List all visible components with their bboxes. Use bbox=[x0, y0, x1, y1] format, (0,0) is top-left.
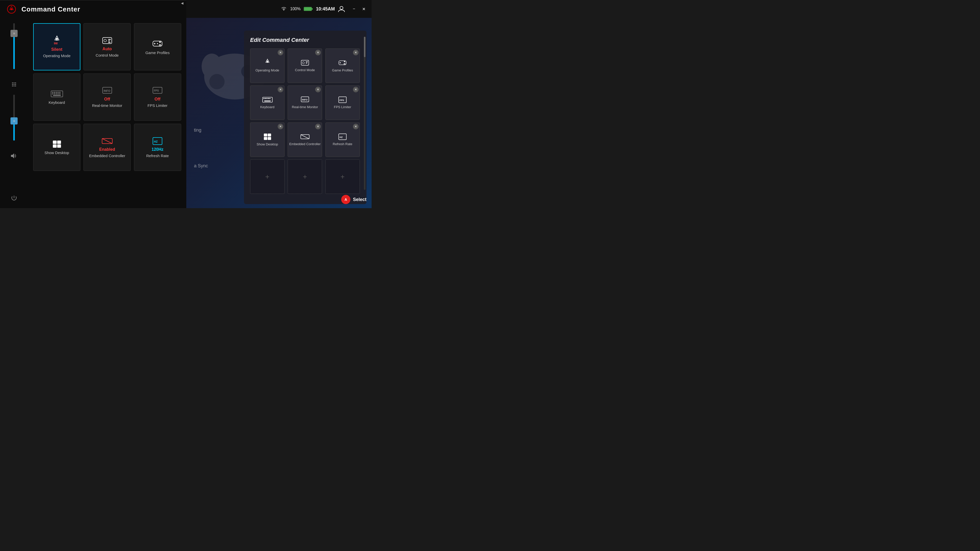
remove-operating-mode-button[interactable]: ✕ bbox=[278, 50, 283, 56]
card-game-profiles[interactable]: Game Profiles bbox=[134, 23, 181, 70]
control-mode-label: Control Mode bbox=[96, 53, 119, 58]
svg-rect-21 bbox=[108, 41, 110, 41]
grid-icon[interactable] bbox=[9, 79, 19, 89]
select-button-icon[interactable]: A bbox=[341, 195, 350, 204]
edit-refresh-icon: HZ bbox=[337, 133, 348, 141]
add-slot-3[interactable]: + bbox=[325, 159, 360, 194]
card-control-mode[interactable]: Auto Control Mode bbox=[83, 23, 130, 70]
show-desktop-label: Show Desktop bbox=[45, 150, 69, 156]
edit-card-embedded-controller[interactable]: ✕ Embedded Controller bbox=[288, 122, 322, 157]
operating-mode-label: Operating Mode bbox=[43, 53, 71, 59]
card-keyboard[interactable]: Keyboard bbox=[33, 73, 80, 121]
svg-point-19 bbox=[104, 39, 107, 42]
svg-text:FPS: FPS bbox=[339, 99, 344, 102]
minimize-button[interactable]: − bbox=[350, 5, 358, 13]
edit-grid: ✕ Operating Mode ✕ Control Mode bbox=[250, 48, 360, 194]
edit-card-refresh-rate[interactable]: ✕ HZ Refresh Rate bbox=[325, 122, 360, 157]
battery-icon bbox=[304, 6, 313, 11]
edit-game-profiles-icon bbox=[338, 59, 347, 67]
card-show-desktop[interactable]: Show Desktop bbox=[33, 124, 80, 171]
edit-show-desktop-label: Show Desktop bbox=[257, 142, 278, 147]
edit-card-realtime-monitor[interactable]: ✕ INFO Real-time Monitor bbox=[288, 86, 322, 120]
power-icon[interactable] bbox=[9, 193, 19, 203]
edit-embedded-icon bbox=[300, 133, 310, 141]
svg-rect-48 bbox=[53, 144, 57, 148]
edit-card-operating-mode[interactable]: ✕ Operating Mode bbox=[250, 48, 285, 83]
volume-icon[interactable] bbox=[9, 151, 19, 161]
svg-rect-79 bbox=[269, 98, 270, 99]
desktop-icon bbox=[52, 140, 62, 149]
add-slot-2[interactable]: + bbox=[288, 159, 322, 194]
monitor-icon: INFO bbox=[102, 86, 113, 95]
card-refresh-rate[interactable]: HZ 120Hz Refresh Rate bbox=[134, 124, 181, 171]
svg-point-9 bbox=[14, 84, 14, 85]
card-realtime-monitor[interactable]: INFO Off Real-time Monitor bbox=[83, 73, 130, 121]
svg-rect-33 bbox=[56, 92, 57, 93]
remove-refresh-rate-button[interactable]: ✕ bbox=[353, 124, 359, 129]
remove-keyboard-button[interactable]: ✕ bbox=[278, 87, 283, 92]
volume-track bbox=[13, 95, 15, 141]
sidebar bbox=[0, 18, 28, 208]
user-icon bbox=[338, 5, 345, 13]
remove-embedded-controller-button[interactable]: ✕ bbox=[315, 124, 321, 129]
edit-operating-mode-icon bbox=[263, 59, 272, 67]
add-icon-1: + bbox=[265, 173, 269, 181]
realtime-monitor-status: Off bbox=[104, 97, 110, 102]
svg-rect-56 bbox=[312, 8, 313, 10]
svg-rect-80 bbox=[264, 100, 270, 101]
edit-refresh-rate-label: Refresh Rate bbox=[333, 142, 352, 146]
brightness-thumb[interactable] bbox=[11, 30, 18, 37]
svg-text:9W: 9W bbox=[54, 42, 58, 45]
svg-rect-74 bbox=[262, 97, 272, 102]
svg-rect-67 bbox=[306, 62, 308, 62]
add-slot-1[interactable]: + bbox=[250, 159, 285, 194]
remove-game-profiles-button[interactable]: ✕ bbox=[353, 50, 359, 56]
game-profiles-icon bbox=[152, 38, 162, 49]
edit-card-keyboard[interactable]: ✕ Keyboard bbox=[250, 86, 285, 120]
svg-text:FPS: FPS bbox=[154, 89, 159, 92]
svg-rect-20 bbox=[108, 39, 111, 40]
edit-card-show-desktop[interactable]: ✕ Show Desktop bbox=[250, 122, 285, 157]
svg-rect-77 bbox=[266, 98, 267, 99]
svg-rect-37 bbox=[54, 94, 55, 94]
remove-control-mode-button[interactable]: ✕ bbox=[315, 50, 321, 56]
svg-line-51 bbox=[102, 138, 112, 144]
svg-rect-47 bbox=[57, 141, 61, 144]
partial-text-sync: a Sync bbox=[194, 163, 208, 168]
refresh-rate-status: 120Hz bbox=[151, 147, 163, 152]
edit-panel-title: Edit Command Center bbox=[250, 37, 360, 43]
arrow-indicator: ◄ bbox=[180, 1, 184, 6]
edit-panel-scrollbar[interactable] bbox=[364, 37, 366, 190]
remove-fps-limiter-button[interactable]: ✕ bbox=[353, 87, 359, 92]
remove-show-desktop-button[interactable]: ✕ bbox=[278, 124, 283, 129]
refresh-icon: HZ bbox=[152, 137, 163, 146]
edit-card-control-mode[interactable]: ✕ Control Mode bbox=[288, 48, 322, 83]
volume-slider-container bbox=[13, 95, 15, 146]
svg-point-10 bbox=[15, 84, 16, 85]
control-mode-icon bbox=[102, 36, 113, 45]
brightness-track bbox=[13, 23, 15, 69]
svg-point-25 bbox=[159, 41, 161, 43]
edit-card-game-profiles[interactable]: ✕ Game Profiles bbox=[325, 48, 360, 83]
svg-point-13 bbox=[15, 86, 16, 86]
svg-point-66 bbox=[302, 62, 304, 64]
svg-text:HZ: HZ bbox=[339, 136, 343, 138]
volume-thumb[interactable] bbox=[11, 118, 18, 124]
brightness-slider-container bbox=[13, 23, 15, 74]
svg-rect-88 bbox=[267, 137, 271, 140]
svg-rect-85 bbox=[264, 134, 267, 137]
close-button[interactable]: ✕ bbox=[360, 5, 368, 13]
edit-card-fps-limiter[interactable]: ✕ FPS FPS Limiter bbox=[325, 86, 360, 120]
edit-monitor-icon: INFO bbox=[300, 96, 310, 103]
svg-text:INFO: INFO bbox=[302, 98, 307, 101]
rog-logo-icon bbox=[5, 4, 18, 14]
card-fps-limiter[interactable]: FPS Off FPS Limiter bbox=[134, 73, 181, 121]
svg-point-12 bbox=[14, 86, 14, 86]
card-operating-mode[interactable]: 9W Silent Operating Mode bbox=[33, 23, 80, 70]
svg-point-26 bbox=[159, 44, 161, 46]
svg-rect-75 bbox=[263, 98, 264, 99]
edit-desktop-icon bbox=[263, 133, 272, 141]
remove-realtime-monitor-button[interactable]: ✕ bbox=[315, 87, 321, 92]
add-icon-2: + bbox=[303, 173, 307, 181]
card-embedded-controller[interactable]: Enabled Embedded Controller bbox=[83, 124, 130, 171]
